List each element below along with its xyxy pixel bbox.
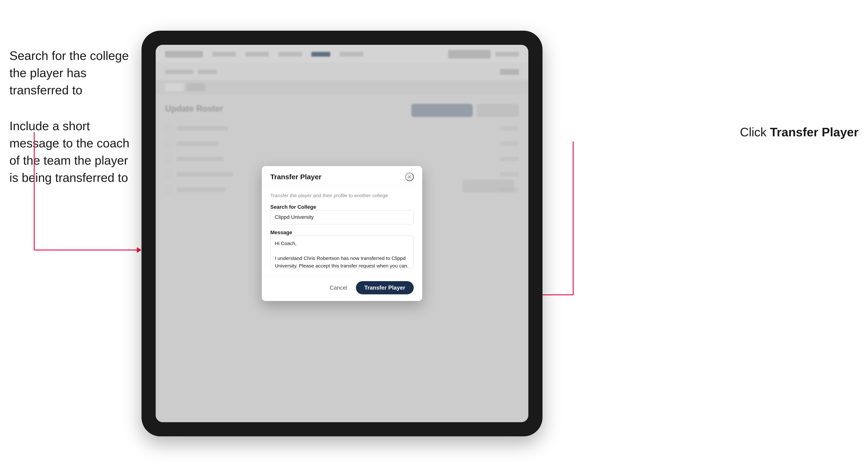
modal-footer: Cancel Transfer Player: [262, 276, 422, 301]
cancel-button[interactable]: Cancel: [325, 282, 352, 294]
transfer-player-button[interactable]: Transfer Player: [356, 281, 414, 294]
college-search-input[interactable]: [270, 210, 414, 224]
message-label: Message: [270, 229, 292, 236]
modal-header: Transfer Player ×: [262, 166, 422, 186]
modal-title: Transfer Player: [270, 173, 321, 181]
svg-marker-2: [137, 247, 142, 253]
modal-body: Transfer the player and their profile to…: [262, 186, 422, 276]
modal-close-button[interactable]: ×: [405, 173, 414, 181]
transfer-player-modal: Transfer Player × Transfer the player an…: [262, 166, 422, 301]
close-icon: ×: [408, 173, 411, 181]
modal-overlay: Transfer Player × Transfer the player an…: [156, 45, 528, 422]
annotation-message-text: Include a short message to the coach of …: [9, 118, 132, 186]
modal-description: Transfer the player and their profile to…: [270, 193, 414, 198]
tablet-screen: Update Roster: [156, 45, 528, 422]
tablet-device: Update Roster: [142, 31, 542, 436]
message-textarea[interactable]: Hi Coach, I understand Chris Robertson h…: [270, 236, 414, 269]
annotation-search-text: Search for the college the player has tr…: [9, 47, 132, 99]
annotation-click-text: Click Transfer Player: [740, 125, 859, 139]
annotation-right-panel: Click Transfer Player: [740, 125, 859, 139]
annotation-left-panel: Search for the college the player has tr…: [9, 47, 132, 186]
college-label: Search for College: [270, 204, 316, 210]
